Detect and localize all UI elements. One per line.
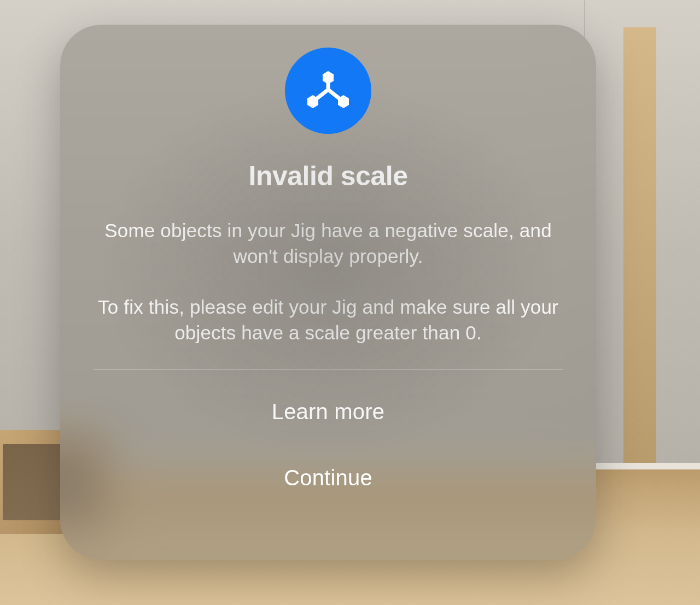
dialog-body-line-1: Some objects in your Jig have a negative…: [93, 218, 563, 269]
dialog-body-line-2: To fix this, please edit your Jig and ma…: [93, 294, 563, 346]
jig-logo-icon: [285, 48, 371, 134]
continue-button[interactable]: Continue: [60, 466, 596, 490]
divider: [93, 369, 563, 370]
background-side-furniture: [623, 27, 656, 519]
learn-more-button[interactable]: Learn more: [60, 400, 596, 424]
svg-marker-3: [323, 71, 334, 84]
dialog-body: Some objects in your Jig have a negative…: [60, 218, 596, 345]
alert-dialog: Invalid scale Some objects in your Jig h…: [60, 25, 596, 560]
dialog-title: Invalid scale: [249, 160, 408, 192]
